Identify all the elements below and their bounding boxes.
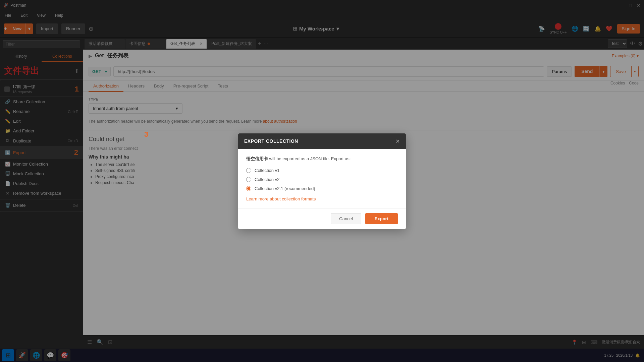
modal-close-button[interactable]: ✕ (395, 138, 400, 144)
modal-overlay: EXPORT COLLECTION ✕ 悟空信用卡 will be export… (0, 0, 644, 362)
modal-title: EXPORT COLLECTION (244, 138, 298, 144)
radio-v1[interactable]: Collection v1 (246, 168, 398, 173)
modal-description: 悟空信用卡 will be exported as a JSON file. E… (246, 156, 398, 162)
export-button[interactable]: Export (365, 213, 398, 224)
radio-v21-label: Collection v2.1 (recommended) (255, 186, 315, 191)
modal-body: 悟空信用卡 will be exported as a JSON file. E… (238, 149, 406, 208)
radio-v1-input[interactable] (246, 168, 251, 173)
export-collection-modal: EXPORT COLLECTION ✕ 悟空信用卡 will be export… (238, 133, 406, 229)
radio-v21[interactable]: Collection v2.1 (recommended) (246, 186, 398, 191)
radio-v2-label: Collection v2 (255, 177, 279, 182)
radio-v2-input[interactable] (246, 177, 251, 182)
radio-v2[interactable]: Collection v2 (246, 177, 398, 182)
modal-collection-name: 悟空信用卡 (246, 156, 268, 161)
modal-header: EXPORT COLLECTION ✕ (238, 133, 406, 149)
cancel-button[interactable]: Cancel (331, 213, 361, 224)
modal-footer: Cancel Export (238, 208, 406, 229)
radio-v1-label: Collection v1 (255, 168, 279, 173)
learn-more-link[interactable]: Learn more about collection formats (246, 196, 316, 201)
radio-v21-input[interactable] (246, 186, 251, 191)
modal-description-suffix: will be exported as a JSON file. Export … (268, 156, 351, 161)
